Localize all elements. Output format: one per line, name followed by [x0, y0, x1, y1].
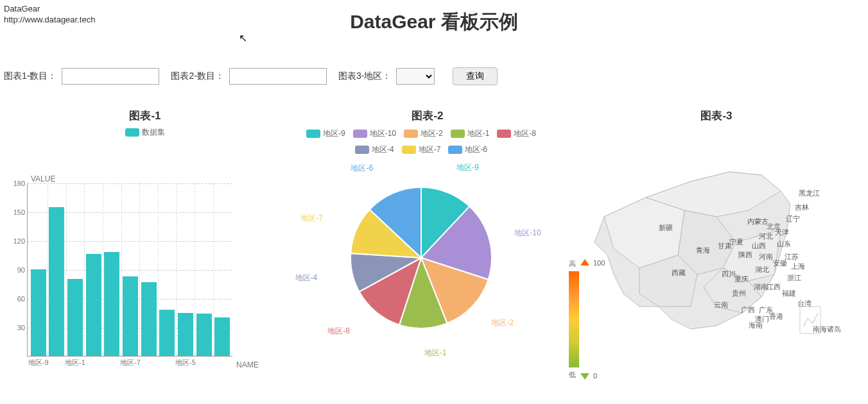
chart-1-ylabel: VALUE — [31, 174, 55, 183]
chart2-count-input[interactable] — [229, 68, 327, 85]
pie-label: 地区-1 — [424, 348, 447, 358]
map-region-label[interactable]: 黑龙江 — [799, 189, 820, 198]
pie-label: 地区-4 — [295, 273, 318, 283]
legend-item[interactable]: 地区-8 — [497, 127, 536, 141]
query-button[interactable]: 查询 — [453, 67, 498, 85]
map-region-label[interactable]: 澳门 — [755, 314, 769, 324]
brand-block: DataGear http://www.datagear.tech — [4, 4, 95, 26]
chart-1-xlabel: NAME — [236, 360, 259, 369]
map-region-label[interactable]: 内蒙古 — [747, 217, 768, 226]
map-region-label[interactable]: 四川 — [722, 269, 736, 279]
gradient-bar — [569, 271, 579, 367]
map-region-label[interactable]: 山东 — [777, 239, 791, 249]
map-region-label[interactable]: 湖南 — [754, 282, 768, 292]
pie-label: 地区-7 — [300, 213, 323, 224]
legend-item[interactable]: 地区-6 — [448, 143, 487, 157]
map-region-label[interactable]: 南海诸岛 — [813, 324, 841, 334]
map-region-label[interactable]: 陕西 — [738, 250, 752, 260]
chart3-region-select[interactable] — [396, 68, 435, 85]
chart-3-panel: 图表-3 黑龙江吉林辽宁内蒙古北京天津河北山东山西陕西宁夏甘肃青海新疆西藏四川重… — [569, 108, 864, 372]
bar[interactable] — [104, 252, 119, 356]
map-region-label[interactable]: 贵州 — [732, 289, 746, 298]
bar[interactable] — [159, 310, 175, 356]
map-region-label[interactable]: 云南 — [714, 300, 728, 310]
chart-2[interactable]: 地区-9地区-10地区-2地区-1地区-8地区-4地区-7地区-6 地区-9地区… — [286, 127, 556, 371]
bar[interactable] — [67, 279, 83, 356]
page-title: DataGear 看板示例 — [0, 9, 868, 35]
map-region-label[interactable]: 重庆 — [734, 274, 749, 284]
pie-label: 地区-10 — [514, 228, 541, 239]
pie-label: 地区-8 — [327, 326, 350, 337]
legend-item[interactable]: 地区-1 — [451, 127, 490, 141]
chart1-count-input[interactable] — [62, 68, 159, 85]
map-region-label[interactable]: 浙江 — [787, 273, 801, 283]
pie-label: 地区-2 — [491, 317, 514, 328]
chart1-count-label: 图表1-数目： — [4, 71, 56, 82]
bar[interactable] — [196, 314, 212, 356]
map-region-label[interactable]: 辽宁 — [786, 214, 800, 224]
legend-item[interactable]: 地区-4 — [355, 143, 394, 157]
bar[interactable] — [31, 269, 46, 356]
map-region-label[interactable]: 福建 — [782, 289, 796, 298]
map-region-label[interactable]: 上海 — [791, 262, 805, 271]
chart-3-title: 图表-3 — [569, 108, 864, 123]
bar[interactable] — [123, 276, 138, 357]
map-region-label[interactable]: 江西 — [767, 282, 781, 292]
legend-item[interactable]: 地区-7 — [402, 143, 441, 157]
chart-3-scale[interactable]: 高 100 低 0 — [569, 259, 605, 380]
bar[interactable] — [214, 317, 230, 356]
chart-2-panel: 图表-2 地区-9地区-10地区-2地区-1地区-8地区-4地区-7地区-6 地… — [286, 108, 569, 372]
brand-name: DataGear — [4, 4, 95, 15]
chart-2-title: 图表-2 — [286, 108, 569, 123]
chart-1-legend[interactable]: 数据集 — [125, 127, 165, 138]
map-region-label[interactable]: 广西 — [741, 305, 755, 315]
chart-1-title: 图表-1 — [4, 108, 286, 123]
query-form: 图表1-数目： 图表2-数目： 图表3-地区： 查询 — [4, 67, 868, 85]
bar[interactable] — [141, 282, 157, 357]
legend-item[interactable]: 地区-10 — [353, 127, 396, 141]
chart2-count-label: 图表2-数目： — [171, 71, 223, 82]
chart-3[interactable]: 黑龙江吉林辽宁内蒙古北京天津河北山东山西陕西宁夏甘肃青海新疆西藏四川重庆云南贵州… — [569, 127, 864, 371]
chart3-region-label: 图表3-地区： — [338, 71, 391, 82]
legend-item[interactable]: 地区-9 — [306, 127, 345, 141]
triangle-down-icon — [580, 373, 589, 380]
map-region-label[interactable]: 台湾 — [797, 299, 812, 308]
pie-label: 地区-9 — [456, 162, 479, 173]
map-region-label[interactable]: 河南 — [759, 252, 773, 262]
bar[interactable] — [86, 254, 101, 356]
chart-2-legend[interactable]: 地区-9地区-10地区-2地区-1地区-8地区-4地区-7地区-6 — [286, 127, 556, 159]
map-region-label[interactable]: 山西 — [752, 241, 766, 251]
map-region-label[interactable]: 江苏 — [785, 252, 799, 262]
map-region-label[interactable]: 西藏 — [672, 268, 686, 278]
bar[interactable] — [49, 207, 64, 357]
legend-item[interactable]: 地区-2 — [404, 127, 443, 141]
map-region-label[interactable]: 青海 — [696, 246, 710, 255]
bar[interactable] — [178, 313, 193, 357]
map-region-label[interactable]: 河北 — [759, 231, 773, 241]
triangle-up-icon — [580, 259, 589, 265]
map-region-label[interactable]: 新疆 — [659, 223, 673, 233]
pie-label: 地区-6 — [351, 163, 373, 174]
chart-1[interactable]: VALUE NAME 306090120150180地区-9地区-1地区-7地区… — [4, 141, 267, 372]
map-region-label[interactable]: 吉林 — [795, 203, 809, 212]
map-region-label[interactable]: 香港 — [769, 312, 783, 321]
chart-1-panel: 图表-1 数据集 VALUE NAME 306090120150180地区-9地… — [4, 108, 286, 372]
brand-url: http://www.datagear.tech — [4, 15, 95, 26]
map-region-label[interactable]: 甘肃 — [718, 241, 732, 251]
map-region-label[interactable]: 天津 — [775, 228, 789, 237]
map-region-label[interactable]: 湖北 — [755, 265, 769, 274]
